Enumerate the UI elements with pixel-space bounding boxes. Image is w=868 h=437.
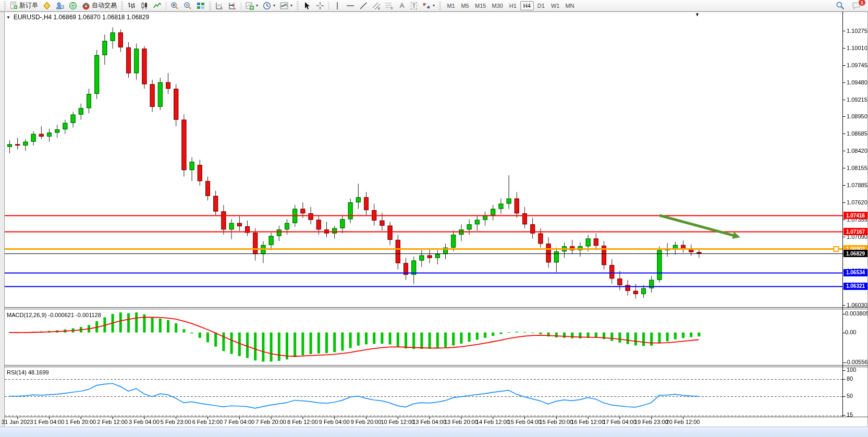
crosshair-tool-button[interactable] [314,1,326,11]
rsi-indicator-label: RSI(14) 48.1699 [7,369,49,375]
timeframe-button-h1[interactable]: H1 [506,1,520,10]
bar-chart-icon [127,2,136,10]
auto-scroll-toggle[interactable] [213,1,226,11]
timeframe-button-d1[interactable]: D1 [534,1,548,10]
candlestick-chart-icon [140,2,149,10]
periods-menu-button[interactable]: ▾ [261,1,277,11]
dropdown-arrow-icon: ▾ [273,3,275,8]
horizontal-line-icon [346,2,354,10]
timeframe-button-m5[interactable]: M5 [458,1,472,10]
chart-shift-icon [228,2,237,10]
text-tool-button[interactable]: A [396,1,408,11]
arrows-tool-button[interactable]: ▾ [420,1,437,11]
chart-shift-toggle[interactable] [226,1,239,11]
toolbar-separator [328,2,329,10]
zoom-out-button[interactable] [181,1,194,11]
toolbar-right: 1 [834,1,866,11]
price-tag-1.06534[interactable]: 1.06534 [843,269,867,276]
autotrading-label: 自动交易 [92,1,117,10]
toolbar: 新订单 自动交易 [0,0,868,11]
toolbar-grip [121,2,123,10]
toolbar-separator [166,2,166,10]
clock-icon [263,2,271,10]
trendline-tool-button[interactable] [357,1,370,11]
price-tag-1.06321[interactable]: 1.06321 [843,283,867,290]
arrows-tool-icon [422,2,431,10]
trendline-icon [359,2,368,10]
dropdown-arrow-icon: ▾ [290,3,292,8]
new-order-label: 新订单 [19,1,38,10]
templates-menu-button[interactable]: ▾ [278,1,295,11]
macd-indicator-label: MACD(12,26,9) -0.000621 -0.001128 [7,312,101,318]
fibonacci-tool-button[interactable]: F [383,1,396,11]
vertical-line-tool-button[interactable] [331,1,344,11]
navigator-icon [56,2,64,10]
zoom-in-button[interactable] [168,1,181,11]
chart-canvas[interactable] [0,11,868,427]
zoom-in-icon [170,2,179,10]
svg-text:E: E [378,7,380,10]
fibonacci-icon: F [385,2,394,10]
market-watch-icon [43,2,51,10]
indicators-menu-button[interactable]: ▾ [243,1,260,11]
auto-scroll-icon [215,2,224,10]
channel-tool-button[interactable]: E [370,1,383,11]
crosshair-icon [316,2,324,10]
search-icon [836,1,845,10]
label-tool-button[interactable]: T [408,1,420,11]
toolbar-grip [4,2,6,10]
tile-windows-icon [197,2,205,10]
dropdown-arrow-icon: ▾ [256,3,258,8]
tile-windows-button[interactable] [194,1,207,11]
vertical-line-icon [333,2,341,10]
candlestick-chart-button[interactable] [138,1,151,11]
line-chart-icon [153,2,162,10]
toolbar-grip [297,2,299,10]
navigator-button[interactable] [54,1,66,11]
toolbar-grip [439,2,441,10]
chart-title: ▼ EURUSD-,H4 1.06869 1.06870 1.06818 1.0… [6,14,149,21]
price-tag-1.07167[interactable]: 1.07167 [843,228,867,235]
chart-collapse-icon[interactable]: ▼ [6,15,10,20]
text-tool-icon: A [400,2,405,9]
label-tool-icon: T [411,2,418,9]
notifications-button[interactable]: 1 [850,1,863,11]
chart-title-text: EURUSD-,H4 1.06869 1.06870 1.06818 1.068… [14,14,149,21]
broadcast-button[interactable] [67,1,79,11]
timeframe-button-h4[interactable]: H4 [520,1,534,10]
timeframe-group: M1M5M15M30H1H4D1W1MN [444,1,577,10]
timeframe-button-m15[interactable]: M15 [472,1,488,10]
timeframe-button-w1[interactable]: W1 [548,1,563,10]
search-button[interactable] [834,1,847,11]
chart-shift-marker[interactable]: ▼ [695,12,700,17]
price-tag-1.07416[interactable]: 1.07416 [843,212,867,219]
toolbar-grip [209,2,211,10]
indicators-add-icon [246,2,254,10]
timeframe-button-m30[interactable]: M30 [489,1,505,10]
templates-icon [280,2,288,10]
dropdown-arrow-icon: ▾ [433,3,435,8]
bar-chart-button[interactable] [125,1,138,11]
new-order-button[interactable]: 新订单 [8,1,40,11]
zoom-out-icon [184,2,192,10]
autotrading-icon [82,2,90,10]
timeframe-button-m1[interactable]: M1 [444,1,458,10]
timeframe-button-mn[interactable]: MN [563,1,577,10]
toolbar-separator [241,2,241,10]
price-tag-1.06829[interactable]: 1.06829 [843,250,867,257]
market-watch-button[interactable] [41,1,53,11]
notification-badge: 1 [858,0,866,6]
status-bar [0,427,868,437]
new-order-icon [10,2,18,9]
horizontal-line-tool-button[interactable] [344,1,357,11]
cursor-icon [303,2,311,10]
broadcast-icon [69,2,77,10]
autotrading-toggle[interactable]: 自动交易 [80,1,119,11]
cursor-tool-button[interactable] [301,1,313,11]
equidistant-channel-icon: E [372,2,381,10]
svg-text:F: F [391,7,393,10]
line-chart-button[interactable] [151,1,164,11]
